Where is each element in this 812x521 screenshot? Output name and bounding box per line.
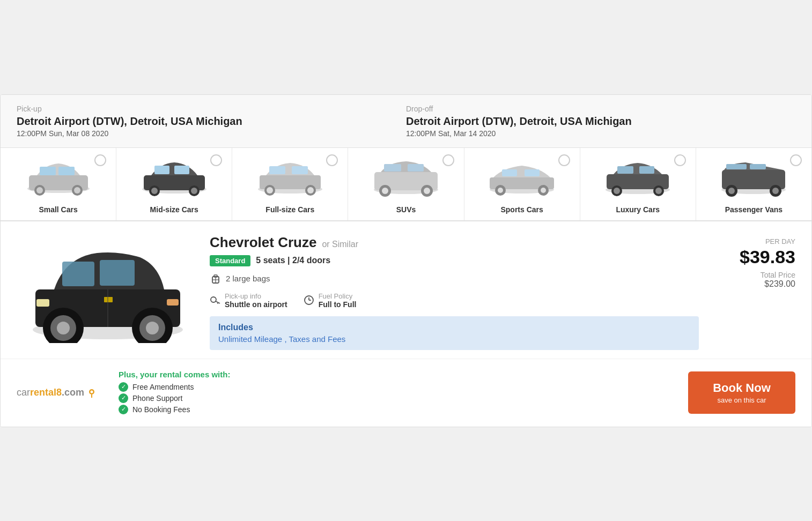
svg-rect-68 — [104, 297, 113, 302]
svg-rect-66 — [36, 299, 49, 307]
dropoff-location: Detroit Airport (DTW), Detroit, USA Mich… — [406, 115, 795, 128]
svg-point-62 — [57, 322, 70, 334]
category-img-small — [21, 155, 96, 201]
category-label-vans: Passenger Vans — [725, 205, 783, 214]
svg-point-11 — [151, 188, 158, 194]
category-img-luxury — [600, 155, 675, 201]
category-label-suv: SUVs — [396, 205, 416, 214]
svg-point-74 — [211, 297, 216, 302]
total-price-label: Total Price — [710, 271, 795, 279]
car-spec-row: Standard 5 seats | 2/4 doors — [210, 255, 699, 266]
includes-box: Includes Unlimited Mileage , Taxes and F… — [210, 316, 699, 350]
svg-rect-31 — [408, 164, 424, 172]
perk-label-2: Phone Support — [132, 394, 182, 403]
svg-point-19 — [267, 187, 273, 193]
car-similar: or Similar — [322, 240, 358, 249]
svg-rect-30 — [384, 164, 401, 172]
category-suvs[interactable]: SUVs — [348, 148, 464, 220]
category-img-vans — [716, 155, 791, 201]
bags-text: 2 large bags — [226, 274, 270, 283]
perk-label-3: No Booking Fees — [132, 405, 190, 414]
car-main-image — [22, 239, 194, 346]
category-radio-luxury — [674, 154, 686, 166]
category-fullsize-cars[interactable]: Full-size Cars — [232, 148, 348, 220]
car-badge: Standard — [210, 255, 250, 266]
category-radio-suv — [442, 154, 454, 166]
category-label-midsize: Mid-size Cars — [150, 205, 198, 214]
svg-point-3 — [36, 187, 43, 193]
bags-row: 2 large bags — [210, 273, 699, 285]
svg-rect-6 — [40, 167, 56, 175]
svg-rect-47 — [639, 166, 654, 174]
footer-section: carrental8.com Plus, your rental comes w… — [1, 359, 811, 427]
category-label-fullsize: Full-size Cars — [265, 205, 314, 214]
category-sports-cars[interactable]: Sports Cars — [464, 148, 580, 220]
category-radio-vans — [790, 154, 802, 166]
category-passenger-vans[interactable]: Passenger Vans — [696, 148, 811, 220]
luggage-icon — [210, 273, 222, 285]
car-details: Chevrolet Cruze or Similar Standard 5 se… — [199, 234, 710, 350]
pickup-block: Pick-up Detroit Airport (DTW), Detroit, … — [17, 105, 406, 138]
perks-title: Plus, your rental comes with: — [119, 370, 672, 379]
pickup-info-label: Pick-up info — [225, 292, 287, 300]
pin-icon — [88, 388, 95, 398]
book-now-label: Book Now — [710, 381, 774, 395]
perks-area: Plus, your rental comes with: ✓ Free Ame… — [102, 370, 688, 416]
svg-point-27 — [382, 188, 388, 194]
logo: carrental8.com — [17, 387, 95, 398]
category-midsize-cars[interactable]: Mid-size Cars — [116, 148, 232, 220]
book-now-sublabel: save on this car — [710, 396, 774, 404]
svg-rect-38 — [502, 169, 517, 176]
category-radio-fullsize — [326, 154, 338, 166]
svg-rect-14 — [154, 166, 169, 174]
svg-rect-46 — [617, 166, 633, 174]
header-section: Pick-up Detroit Airport (DTW), Detroit, … — [1, 95, 811, 148]
perk-label-1: Free Amendments — [132, 383, 194, 391]
category-radio-sports — [558, 154, 570, 166]
category-radio-small — [94, 154, 106, 166]
page-container: Pick-up Detroit Airport (DTW), Detroit, … — [0, 94, 812, 427]
check-icon-2: ✓ — [119, 393, 128, 403]
svg-point-35 — [498, 188, 503, 193]
pickup-info-value: Shuttle on airport — [225, 300, 287, 309]
pickup-datetime: 12:00PM Sun, Mar 08 2020 — [17, 129, 406, 138]
svg-rect-23 — [292, 166, 308, 174]
key-icon — [210, 295, 220, 306]
per-day-price: $39.83 — [710, 247, 795, 267]
svg-rect-55 — [750, 164, 766, 169]
svg-rect-39 — [525, 169, 540, 176]
svg-point-13 — [191, 188, 197, 194]
category-img-midsize — [137, 155, 212, 201]
svg-rect-54 — [726, 164, 747, 169]
fuel-label: Fuel Policy — [319, 292, 357, 300]
category-img-sports — [484, 155, 559, 201]
book-now-button[interactable]: Book Now save on this car — [688, 371, 795, 414]
pickup-info-item: Pick-up info Shuttle on airport — [210, 292, 287, 309]
svg-rect-58 — [62, 262, 94, 286]
car-specs: 5 seats | 2/4 doors — [256, 256, 330, 265]
includes-items: Unlimited Mileage , Taxes and Fees — [218, 334, 690, 344]
category-luxury-cars[interactable]: Luxury Cars — [580, 148, 696, 220]
logo-area: carrental8.com — [17, 387, 102, 398]
fuel-icon — [304, 295, 314, 306]
total-price-value: $239.00 — [710, 279, 795, 289]
perk-phone-support: ✓ Phone Support — [119, 393, 672, 403]
pickup-location: Detroit Airport (DTW), Detroit, USA Mich… — [17, 115, 406, 128]
dropoff-label: Drop-off — [406, 105, 795, 113]
check-icon-1: ✓ — [119, 382, 128, 392]
svg-rect-15 — [174, 166, 189, 174]
svg-point-5 — [74, 187, 80, 193]
svg-point-45 — [655, 188, 662, 194]
svg-rect-7 — [58, 167, 75, 175]
check-icon-3: ✓ — [119, 405, 128, 414]
includes-title: Includes — [218, 323, 690, 332]
pickup-label: Pick-up — [17, 105, 406, 113]
svg-point-65 — [146, 322, 159, 334]
category-label-sports: Sports Cars — [500, 205, 543, 214]
svg-point-51 — [728, 188, 735, 194]
car-image-area — [17, 234, 199, 350]
info-row: Pick-up info Shuttle on airport Fuel Pol… — [210, 292, 699, 309]
category-small-cars[interactable]: Small Cars — [1, 148, 116, 220]
price-area: PER DAY $39.83 Total Price $239.00 — [710, 234, 795, 350]
svg-rect-67 — [167, 299, 179, 306]
